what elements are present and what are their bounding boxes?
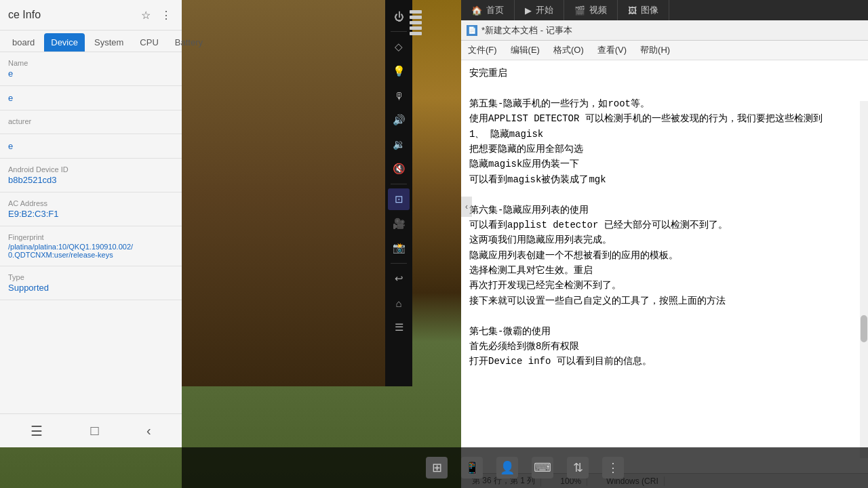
field-fingerprint: Fingerprint /platina/platina:10/QKQ1.190… [0,226,182,266]
ac-address-label: AC Address [8,199,174,207]
more-taskbar-icon: ⋮ [602,457,624,479]
undo-icon[interactable]: ↩ [388,268,410,289]
start-tab-label: 开始 [536,4,553,16]
taskbar: ⊞ 📱 👤 ⌨ ⇅ ⋮ [182,447,868,488]
field-name: Name e [0,52,182,86]
volume-low-icon[interactable]: 🔉 [388,134,410,155]
browser-topbar: 🏠 首页 ▶ 开始 🎬 视频 🖼 图像 [461,0,868,20]
notepad-window: 📄 *新建文本文档 - 记事本 文件(F) 编辑(E) 格式(O) 查看(V) … [461,20,868,488]
menu-file[interactable]: 文件(F) [461,42,504,58]
panel-title: ce Info [8,9,41,21]
screen-taskbar-icon: 📱 [461,457,483,479]
menu-bottom-icon[interactable]: ☰ [31,423,43,439]
scroll-thumb[interactable] [861,315,867,342]
notepad-icon: 📄 [467,25,477,36]
manufacturer-label: acturer [8,117,174,125]
panel-titlebar: ce Info ☆ ⋮ [0,0,182,30]
blank1-value: e [8,93,174,103]
video-icon[interactable]: 🎥 [388,213,410,235]
taskbar-keyboard[interactable]: ⌨ [532,457,553,479]
browser-tab-image[interactable]: 🖼 图像 [618,0,669,20]
device-id-label: Android Device ID [8,165,174,174]
tab-battery[interactable]: Battery [168,33,210,52]
browser-tab-start[interactable]: ▶ 开始 [515,0,564,20]
name-label: Name [8,59,174,67]
home-nav-icon: 🏠 [471,5,482,16]
image-nav-icon: 🖼 [628,5,637,16]
divider-3 [391,263,407,264]
person-taskbar-icon: 👤 [496,457,518,479]
volume-icon[interactable]: 🔊 [388,109,410,131]
divider-2 [391,184,407,184]
device-info-panel: ce Info ☆ ⋮ board Device System CPU Batt… [0,0,182,447]
left-mini-toolbar [410,10,423,35]
notepad-titlebar: 📄 *新建文本文档 - 记事本 [461,20,868,41]
menu-help[interactable]: 帮助(H) [633,42,677,58]
menu-format[interactable]: 格式(O) [547,42,591,58]
fingerprint-value: /platina/platina:10/QKQ1.190910.002/0.QD… [8,243,174,259]
tab-system[interactable]: System [87,33,130,52]
browser-tab-home[interactable]: 🏠 首页 [461,0,515,20]
tab-board[interactable]: board [5,33,41,52]
type-value: Supported [8,283,174,293]
mini-bar-5 [410,32,422,35]
start-nav-icon: ▶ [525,5,532,16]
field-blank2: e [0,134,182,159]
mini-bar-2 [410,16,422,19]
divider-1 [391,31,407,32]
taskbar-layout[interactable]: ⊞ [426,457,448,479]
field-device-id: Android Device ID b8b2521cd3 [0,159,182,192]
back-bottom-icon[interactable]: ‹ [146,423,151,439]
layout-taskbar-icon: ⊞ [426,457,448,479]
image-tab-label: 图像 [641,4,658,16]
device-id-value: b8b2521cd3 [8,175,174,185]
collapse-arrow[interactable]: ‹ [461,197,472,217]
panel-tabs: board Device System CPU Battery [0,30,182,52]
more-options-icon[interactable]: ⋮ [159,7,174,22]
scroll-bar[interactable] [860,101,868,458]
notepad-menu: 文件(F) 编辑(E) 格式(O) 查看(V) 帮助(H) [461,41,868,60]
notepad-content[interactable]: 安完重启 第五集-隐藏手机的一些行为，如root等。 使用APPLIST DET… [461,60,868,473]
video-tab-label: 视频 [589,4,607,16]
bookmark-icon[interactable]: ☆ [138,7,153,22]
field-ac-address: AC Address E9:B2:C3:F1 [0,192,182,226]
keyboard-taskbar-icon: ⌨ [532,457,553,479]
video-nav-icon: 🎬 [574,5,585,16]
notepad-title: *新建文本文档 - 记事本 [481,24,863,37]
type-label: Type [8,273,174,281]
hamburger-icon[interactable]: ☰ [388,317,410,338]
field-manufacturer: acturer [0,110,182,134]
tag-icon[interactable]: ◇ [388,36,410,58]
name-value: e [8,68,174,79]
mini-bar-3 [410,21,422,24]
ac-address-value: E9:B2:C3:F1 [8,209,174,219]
menu-view[interactable]: 查看(V) [591,42,633,58]
field-type: Type Supported [0,266,182,300]
screenshot-icon[interactable]: 📸 [388,237,410,259]
taskbar-person[interactable]: 👤 [496,457,518,479]
tab-device[interactable]: Device [44,33,85,52]
mini-bar-1 [410,10,422,14]
mic-icon[interactable]: 🎙 [388,85,410,106]
home-icon[interactable]: ⌂ [388,292,410,314]
content-background [182,0,412,386]
field-blank1: e [0,86,182,110]
square-bottom-icon[interactable]: □ [91,423,99,439]
browser-tab-video[interactable]: 🎬 视频 [564,0,618,20]
taskbar-sort[interactable]: ⇅ [567,457,589,479]
menu-edit[interactable]: 编辑(E) [504,42,547,58]
mini-bar-4 [410,26,422,30]
taskbar-screen[interactable]: 📱 [461,457,483,479]
power-icon[interactable]: ⏻ [388,5,410,27]
fingerprint-label: Fingerprint [8,233,174,241]
tab-cpu[interactable]: CPU [133,33,165,52]
panel-bottom: ☰ □ ‹ [0,413,182,447]
home-tab-label: 首页 [486,4,504,16]
volume-mute-icon[interactable]: 🔇 [388,158,410,180]
taskbar-more[interactable]: ⋮ [602,457,624,479]
titlebar-icons: ☆ ⋮ [138,7,174,22]
lightbulb-icon[interactable]: 💡 [388,60,410,82]
blank2-value: e [8,141,174,151]
sort-taskbar-icon: ⇅ [567,457,589,479]
select-icon[interactable]: ⊡ [388,188,410,210]
